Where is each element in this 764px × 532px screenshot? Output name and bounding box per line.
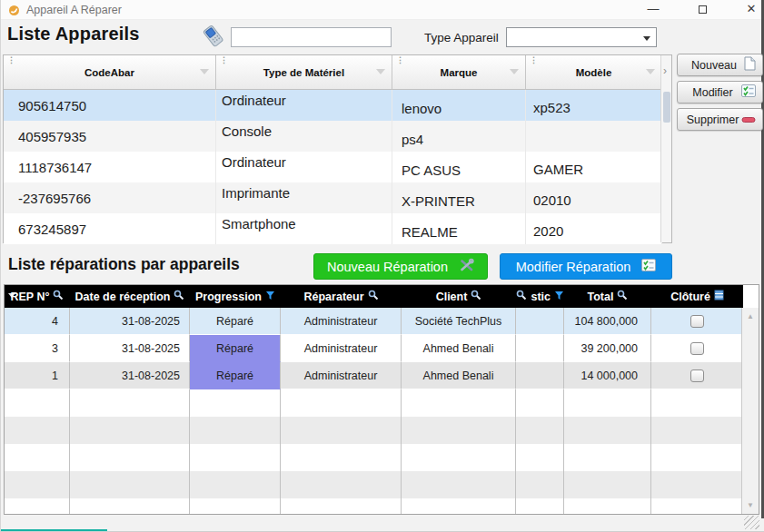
cell [281,444,402,471]
cell-text: 673245897 [18,222,86,237]
type-appareil-combobox[interactable] [506,27,657,47]
cell: 673245897 [4,213,216,244]
search-input[interactable] [231,27,392,47]
scrollbar-thumb[interactable] [663,92,670,123]
column-header-type-de-materiel[interactable]: ⋮Type de Matériel [216,55,392,90]
scroll-down-icon[interactable]: ▼ [742,501,759,509]
type-appareil-label: Type Appareil [424,31,499,44]
table-row[interactable]: 431-08-2025RéparéAdministrateurSociété T… [5,308,743,335]
column-header-marque[interactable]: ⋮Marque [392,55,526,90]
cell-text: ps4 [402,132,423,147]
cell-text: Ahmed Benali [423,369,494,382]
cell [70,389,190,417]
cell: 104 800,000 [564,308,651,335]
column-header-reparateur[interactable]: Réparateur [281,285,402,308]
supprimer-button[interactable]: Supprimer [677,108,763,131]
column-header-total[interactable]: Total [564,285,651,308]
columns-icon[interactable] [714,290,724,303]
cell: 31-08-2025 [70,308,190,335]
cell [651,389,743,417]
cell: 905614750 [4,90,216,121]
column-header-label: Total [588,291,614,303]
resize-grip[interactable] [744,516,759,529]
column-header-progression[interactable]: Progression [190,285,281,308]
cell-text: 104 800,000 [574,315,638,328]
vertical-scrollbar[interactable]: › [660,55,671,242]
cell-text: Réparé [216,369,253,382]
titlebar[interactable]: Appareil A Réparer — ✕ [1,0,764,20]
table-row[interactable]: -237695766ImprimanteX-PRINTER02010 [4,182,662,213]
magnifier-icon[interactable] [617,290,628,303]
reparations-heading: Liste réparations par appareils [8,255,240,274]
reparations-table-header: REP N°Date de réceptionProgressionRépara… [5,285,743,308]
cell-text: 1118736147 [18,160,92,175]
cell [190,498,281,515]
table-row[interactable]: 673245897SmartphoneREALME2020 [4,213,662,244]
column-header-cloture[interactable]: Clôturé [651,285,743,308]
modifier-button[interactable]: Modifier [677,81,763,103]
column-header-label: Type de Matériel [263,67,344,78]
cell-text: Console [222,123,272,139]
magnifier-icon[interactable] [53,290,64,303]
column-header-rep-n[interactable]: REP N° [5,285,70,308]
close-button[interactable]: ✕ [738,0,764,20]
empty-row [5,444,743,471]
modifier-reparation-button[interactable]: Modifier Réparation [500,253,672,280]
table-row[interactable]: 405957935Consoleps4 [4,121,662,152]
filter-funnel-icon[interactable] [646,69,655,74]
cloture-checkbox[interactable] [690,342,704,355]
cell-text: 3 [52,342,58,355]
nouveau-reparation-label: Nouveau Réparation [327,260,448,274]
cloture-checkbox[interactable] [690,369,704,382]
filter-funnel-icon[interactable] [554,291,564,303]
nouveau-button-label: Nouveau [684,59,744,72]
cell [516,471,564,498]
cell [5,471,70,498]
filter-funnel-icon[interactable] [265,291,275,303]
magnifier-icon[interactable] [471,290,481,303]
table-row[interactable]: 1118736147OrdinateurPC ASUSGAMER [4,152,662,182]
column-header-client[interactable]: Client [402,285,516,308]
magnifier-icon[interactable] [174,290,184,303]
nouveau-button[interactable]: Nouveau [677,54,763,76]
filter-funnel-icon[interactable] [376,69,385,74]
edit-checklist-icon [741,84,756,100]
cell: 2020 [526,213,662,244]
cell [402,444,516,471]
nouveau-reparation-button[interactable]: Nouveau Réparation [313,253,488,280]
cell [70,444,190,471]
edit-checklist-icon [641,259,656,274]
column-header-modele[interactable]: ⋮Modèle [526,55,662,90]
cell [516,335,564,362]
cell-text: 31-08-2025 [122,342,180,355]
cell: 31-08-2025 [70,362,190,389]
maximize-button[interactable] [689,0,716,20]
cell: Administrateur [281,362,402,389]
cell-text: xp523 [533,100,571,115]
column-header-date-de-reception[interactable]: Date de réception [70,285,190,308]
cell-text: Société TechPlus [415,315,502,328]
cell [190,389,281,417]
cell: Administrateur [281,335,402,362]
cloture-checkbox[interactable] [690,315,704,328]
cell [651,362,743,389]
filter-funnel-icon[interactable] [200,69,209,74]
column-header-diagnostic[interactable]: Diagnostic [516,285,564,308]
table-row[interactable]: 905614750Ordinateurlenovoxp523 [4,90,662,121]
minimize-button[interactable]: — [640,0,667,20]
column-header-codeabar[interactable]: ⋮CodeAbar [4,55,216,90]
table-row[interactable]: 331-08-2025RéparéAdministrateurAhmed Ben… [5,335,743,362]
scroll-up-icon[interactable]: ▲ [742,312,759,320]
cell: GAMER [526,152,662,182]
table-row[interactable]: 131-08-2025RéparéAdministrateurAhmed Ben… [5,362,743,389]
vertical-scrollbar[interactable]: ▲ ▼ [741,308,759,514]
cell-text: X-PRINTER [402,193,475,209]
cell [651,498,743,515]
filter-funnel-icon[interactable] [510,69,519,74]
appareils-table-body: 905614750Ordinateurlenovoxp523405957935C… [4,90,662,244]
column-header-label: Diagnostic [531,291,551,303]
cell [564,498,651,515]
cell [5,417,70,444]
magnifier-icon[interactable] [368,290,379,303]
cell: Ordinateur [216,90,392,121]
